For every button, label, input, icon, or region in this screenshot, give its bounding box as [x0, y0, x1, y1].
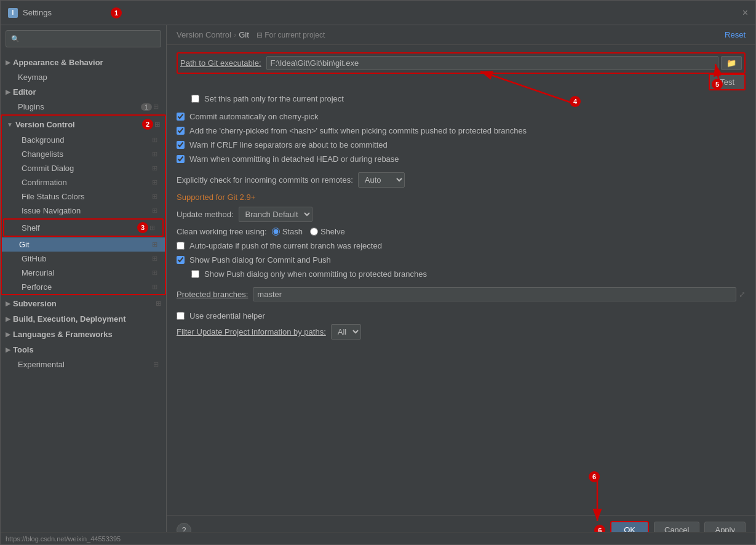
expand-arrow: ▶: [6, 316, 10, 322]
checkbox-row-2: Warn if CRLF line separators are about t…: [177, 139, 746, 151]
sidebar-item-label: Changelists: [22, 149, 151, 159]
copy-icon: ⊞: [152, 178, 157, 186]
sidebar-item-appearance[interactable]: ▶ Appearance & Behavior: [1, 55, 166, 70]
copy-icon: ⊞: [149, 224, 155, 232]
shelve-radio[interactable]: [310, 228, 318, 236]
sidebar-item-experimental[interactable]: Experimental ⊞: [1, 357, 166, 372]
expand-protected-icon[interactable]: ⤢: [739, 290, 746, 299]
sidebar-item-build[interactable]: ▶ Build, Execution, Deployment: [1, 311, 166, 327]
copy-icon: ⊞: [152, 164, 157, 172]
copy-icon: ⊞: [152, 150, 157, 158]
sidebar-item-label: Editor: [13, 87, 161, 97]
close-button[interactable]: ×: [742, 7, 748, 18]
sidebar-item-subversion[interactable]: ▶ Subversion ⊞: [1, 296, 166, 311]
warn-detached-label: Warn when committing in detached HEAD or…: [189, 154, 399, 164]
set-path-only-row: Set this path only for the current proje…: [191, 93, 746, 105]
copy-icon: ⊞: [152, 269, 157, 277]
sidebar-item-label: Appearance & Behavior: [13, 58, 161, 67]
commit-cherry-pick-checkbox[interactable]: [177, 113, 185, 121]
sidebar-item-label: Keymap: [8, 73, 159, 82]
copy-icon: ⊞: [152, 207, 157, 215]
stash-label: Stash: [282, 227, 303, 236]
search-input[interactable]: [22, 34, 156, 43]
expand-arrow: ▶: [6, 59, 10, 66]
settings-panel: Path to Git executable: 📁 Test Set this …: [167, 45, 755, 515]
protected-branches-input[interactable]: [253, 287, 736, 301]
copy-icon: ⊞: [153, 103, 159, 111]
test-button[interactable]: Test: [709, 74, 746, 90]
sidebar-item-background[interactable]: Background ⊞: [2, 133, 165, 147]
auto-update-checkbox[interactable]: [177, 242, 185, 250]
filter-label: Filter Update Project information by pat…: [177, 327, 326, 336]
warn-crlf-checkbox[interactable]: [177, 141, 185, 149]
sidebar-item-label: Experimental: [8, 360, 152, 369]
sidebar-item-label: File Status Colors: [22, 192, 151, 201]
incoming-dropdown[interactable]: Auto Always Never: [358, 172, 405, 188]
sidebar-item-label: Confirmation: [22, 178, 151, 187]
clean-tree-row: Clean working tree using: Stash Shelve: [177, 227, 746, 236]
cherry-pick-suffix-label: Add the 'cherry-picked from <hash>' suff…: [189, 126, 527, 135]
show-push-checkbox[interactable]: [177, 256, 185, 264]
expand-arrow: ▶: [6, 89, 10, 95]
reset-link[interactable]: Reset: [725, 30, 746, 39]
sidebar-item-label: Version Control: [15, 120, 140, 129]
main-content: Version Control › Git ⊟ For current proj…: [167, 25, 755, 544]
sidebar-item-git[interactable]: Git ⊞: [2, 237, 165, 252]
warn-detached-checkbox[interactable]: [177, 155, 185, 163]
checkbox-row-0: Commit automatically on cherry-pick: [177, 111, 746, 122]
sidebar-item-shelf[interactable]: Shelf 3 ⊞: [4, 220, 162, 236]
sidebar-item-mercurial[interactable]: Mercurial ⊞: [2, 266, 165, 280]
expand-arrow: ▶: [6, 300, 10, 307]
sidebar-item-commit-dialog[interactable]: Commit Dialog ⊞: [2, 161, 165, 175]
cherry-pick-suffix-checkbox[interactable]: [177, 127, 185, 135]
warn-crlf-label: Warn if CRLF line separators are about t…: [189, 140, 388, 149]
sidebar-item-languages[interactable]: ▶ Languages & Frameworks: [1, 327, 166, 342]
folder-button[interactable]: 📁: [721, 56, 742, 70]
sidebar-item-label: Commit Dialog: [22, 164, 151, 173]
sidebar-item-github[interactable]: GitHub ⊞: [2, 252, 165, 266]
path-label: Path to Git executable:: [180, 58, 261, 68]
show-push-protected-row: Show Push dialog only when committing to…: [191, 268, 746, 280]
sidebar-item-editor[interactable]: ▶ Editor: [1, 84, 166, 100]
protected-branches-row: Protected branches: ⤢: [177, 287, 746, 301]
sidebar-item-plugins[interactable]: Plugins 1 ⊞: [1, 100, 166, 114]
search-icon: 🔍: [11, 35, 20, 43]
sidebar-item-keymap[interactable]: Keymap: [1, 70, 166, 84]
sidebar-item-file-status-colors[interactable]: File Status Colors ⊞: [2, 189, 165, 204]
search-box[interactable]: 🔍: [6, 30, 161, 47]
stash-radio[interactable]: [272, 228, 280, 236]
breadcrumb: Version Control › Git ⊟ For current proj…: [167, 25, 755, 45]
sidebar-item-changelists[interactable]: Changelists ⊞: [2, 147, 165, 161]
copy-icon: ⊞: [154, 121, 160, 129]
sidebar-item-label: Tools: [13, 345, 161, 354]
use-credential-checkbox[interactable]: [177, 312, 185, 320]
expand-arrow: ▶: [6, 346, 10, 353]
badge-2: 2: [142, 119, 153, 130]
sidebar-item-version-control[interactable]: ▼ Version Control 2 ⊞: [2, 116, 165, 133]
checkbox-row-1: Add the 'cherry-picked from <hash>' suff…: [177, 125, 746, 137]
set-path-only-checkbox[interactable]: [191, 95, 199, 103]
path-input[interactable]: [266, 56, 718, 70]
sidebar-item-label: Mercurial: [22, 268, 151, 277]
show-push-protected-checkbox[interactable]: [191, 270, 199, 278]
show-push-row: Show Push dialog for Commit and Push: [177, 254, 746, 266]
set-path-only-label: Set this path only for the current proje…: [204, 94, 344, 103]
for-current-project-label: ⊟ For current project: [257, 31, 325, 39]
sidebar-item-issue-navigation[interactable]: Issue Navigation ⊞: [2, 204, 165, 218]
auto-update-label: Auto-update if push of the current branc…: [189, 241, 382, 250]
sidebar-item-perforce[interactable]: Perforce ⊞: [2, 280, 165, 294]
filter-dropdown[interactable]: All: [331, 324, 361, 340]
sidebar-item-tools[interactable]: ▶ Tools: [1, 342, 166, 357]
sidebar-item-confirmation[interactable]: Confirmation ⊞: [2, 175, 165, 189]
incoming-label: Explicitly check for incoming commits on…: [177, 175, 353, 185]
copy-icon: ⊞: [152, 136, 157, 144]
commit-cherry-pick-label: Commit automatically on cherry-pick: [189, 112, 319, 121]
update-method-dropdown[interactable]: Branch Default Merge Rebase: [239, 207, 312, 222]
breadcrumb-current: Git: [239, 30, 249, 39]
update-method-label: Update method:: [177, 210, 234, 219]
badge-1: 1: [111, 7, 122, 18]
sidebar-item-label: Git: [19, 240, 151, 249]
copy-icon: ⊞: [152, 193, 157, 201]
sidebar-item-label: GitHub: [22, 254, 151, 263]
sidebar-item-label: Background: [22, 135, 151, 145]
